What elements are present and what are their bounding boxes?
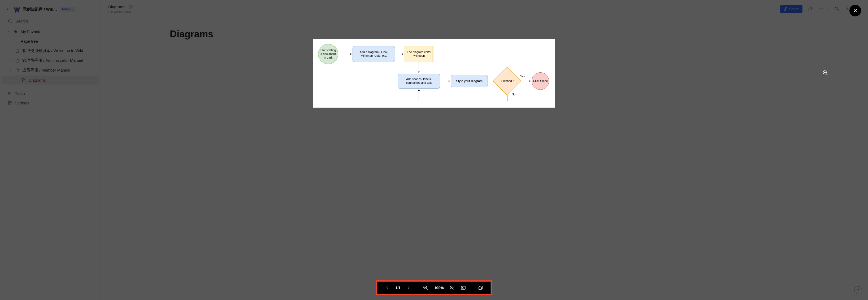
zoom-in-cursor-icon — [823, 70, 828, 77]
flow-edge-yes: Yes — [520, 75, 525, 78]
viewer-toolbar: 1/1 100% — [377, 282, 491, 294]
page-indicator: 1/1 — [395, 286, 400, 290]
open-external-button[interactable] — [478, 285, 483, 291]
flow-node-editor-open: The diagram editor will open — [404, 46, 434, 62]
flow-node-start: Start editing a document in Lark — [318, 44, 338, 64]
diagram-lightbox: Start editing a document in Lark Add a d… — [313, 39, 555, 108]
zoom-level: 100% — [434, 286, 444, 290]
svg-line-33 — [453, 289, 454, 290]
zoom-in-button[interactable] — [450, 285, 455, 291]
flow-node-click-close: Click Close — [532, 72, 549, 90]
next-button[interactable] — [406, 286, 411, 290]
image-viewer-overlay[interactable]: Start editing a document in Lark Add a d… — [0, 0, 868, 300]
zoom-out-button[interactable] — [423, 285, 428, 291]
flow-node-add-diagram: Add a diagram - Flow, Mindmap, UML, etc. — [352, 46, 395, 62]
svg-line-30 — [426, 289, 428, 290]
close-button[interactable] — [849, 5, 861, 16]
svg-line-20 — [826, 74, 828, 75]
prev-button[interactable] — [385, 286, 390, 290]
svg-rect-40 — [479, 287, 482, 290]
flow-edge-no: No — [512, 93, 516, 96]
viewer-toolbar-highlight: 1/1 100% — [376, 280, 492, 295]
flow-node-style: Style your diagram — [451, 75, 488, 87]
svg-rect-36 — [461, 286, 465, 290]
actual-size-button[interactable] — [461, 285, 466, 291]
flow-node-decision: Finished? — [493, 67, 521, 95]
flow-node-add-shapes: Add shapes, labels, connectors and text — [398, 74, 440, 89]
